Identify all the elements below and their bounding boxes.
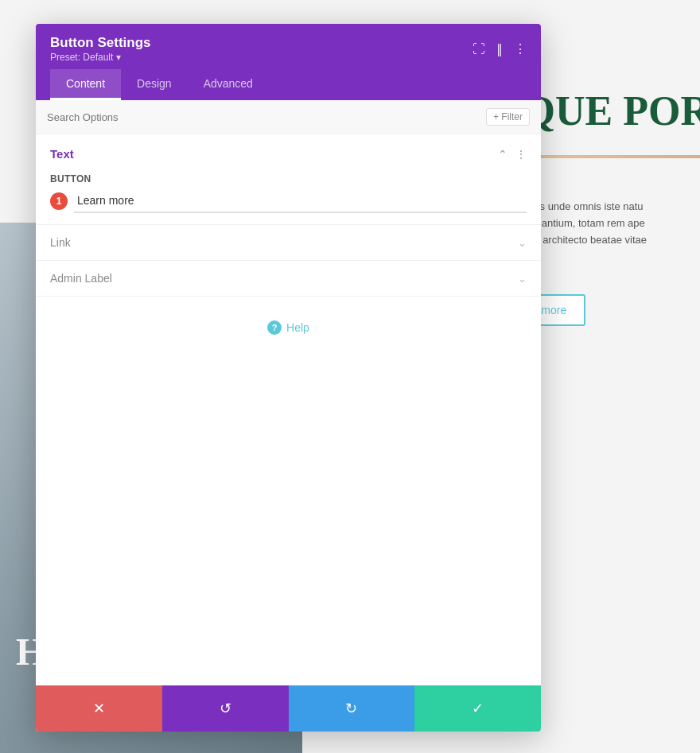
settings-panel: Button Settings Preset: Default ▾ ⛶ ‖ ⋮ … bbox=[36, 24, 541, 732]
link-collapsible[interactable]: Link ⌄ bbox=[36, 225, 541, 261]
resize-icon[interactable]: ⛶ bbox=[472, 42, 485, 56]
cancel-button[interactable]: ✕ bbox=[36, 685, 162, 732]
more-options-icon[interactable]: ⋮ bbox=[514, 41, 527, 56]
admin-label-label: Admin Label bbox=[50, 272, 112, 285]
section-more-icon[interactable]: ⋮ bbox=[515, 148, 527, 161]
link-chevron-icon: ⌄ bbox=[518, 237, 527, 249]
button-input-row: 1 bbox=[50, 189, 527, 213]
admin-label-collapsible[interactable]: Admin Label ⌄ bbox=[36, 261, 541, 297]
search-input[interactable] bbox=[47, 111, 486, 123]
help-button[interactable]: ? Help bbox=[267, 320, 309, 335]
text-section: Text ⌃ ⋮ Button 1 bbox=[36, 134, 541, 225]
admin-label-chevron-icon: ⌄ bbox=[518, 273, 527, 285]
button-text-input[interactable] bbox=[74, 189, 527, 213]
button-field-label: Button bbox=[50, 173, 527, 184]
panel-title-group: Button Settings Preset: Default ▾ bbox=[50, 35, 151, 63]
tab-content[interactable]: Content bbox=[50, 69, 121, 100]
collapse-icon[interactable]: ⌃ bbox=[498, 148, 508, 161]
search-bar: + Filter bbox=[36, 100, 541, 134]
filter-button[interactable]: + Filter bbox=[486, 108, 530, 126]
panel-title: Button Settings bbox=[50, 35, 151, 51]
text-section-header: Text ⌃ ⋮ bbox=[36, 134, 541, 173]
panel-content: Text ⌃ ⋮ Button 1 Link ⌄ Admin Label ⌄ bbox=[36, 134, 541, 685]
section-icons: ⌃ ⋮ bbox=[498, 148, 527, 161]
panel-header-top: Button Settings Preset: Default ▾ ⛶ ‖ ⋮ bbox=[50, 35, 527, 63]
text-section-title: Text bbox=[50, 147, 74, 161]
tab-design[interactable]: Design bbox=[121, 69, 188, 100]
help-label: Help bbox=[286, 321, 309, 334]
field-badge: 1 bbox=[50, 192, 68, 210]
save-button[interactable]: ✓ bbox=[414, 685, 541, 732]
bottom-toolbar: ✕ ↺ ↻ ✓ bbox=[36, 685, 541, 732]
link-label: Link bbox=[50, 236, 71, 249]
panel-header-icons: ⛶ ‖ ⋮ bbox=[472, 41, 527, 56]
redo-button[interactable]: ↻ bbox=[289, 685, 415, 732]
panel-preset[interactable]: Preset: Default ▾ bbox=[50, 52, 151, 63]
tab-advanced[interactable]: Advanced bbox=[188, 69, 269, 100]
button-text-field-group: Button 1 bbox=[36, 173, 541, 224]
panel-tabs: Content Design Advanced bbox=[50, 69, 527, 100]
undo-button[interactable]: ↺ bbox=[162, 685, 289, 732]
help-icon: ? bbox=[267, 320, 282, 335]
columns-icon[interactable]: ‖ bbox=[496, 41, 503, 56]
help-area: ? Help bbox=[36, 297, 541, 359]
panel-header: Button Settings Preset: Default ▾ ⛶ ‖ ⋮ … bbox=[36, 24, 541, 100]
